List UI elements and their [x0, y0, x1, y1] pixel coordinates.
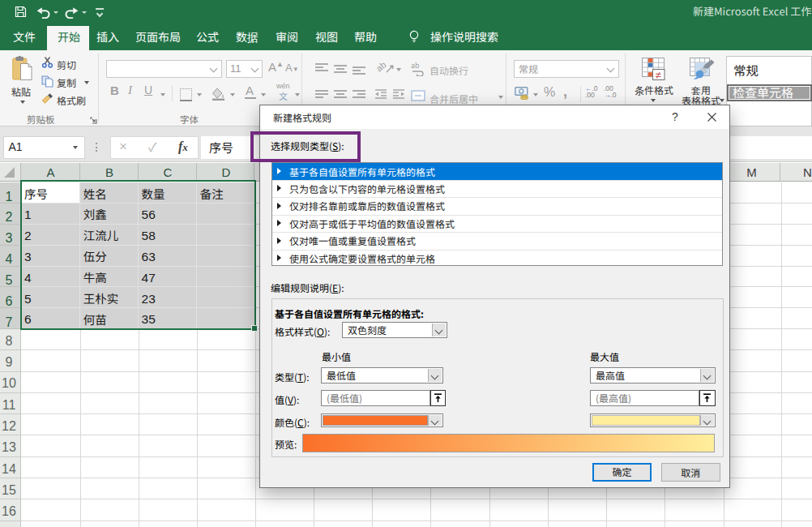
svg-text:ab: ab	[411, 60, 420, 71]
svg-text:≠: ≠	[656, 66, 661, 82]
